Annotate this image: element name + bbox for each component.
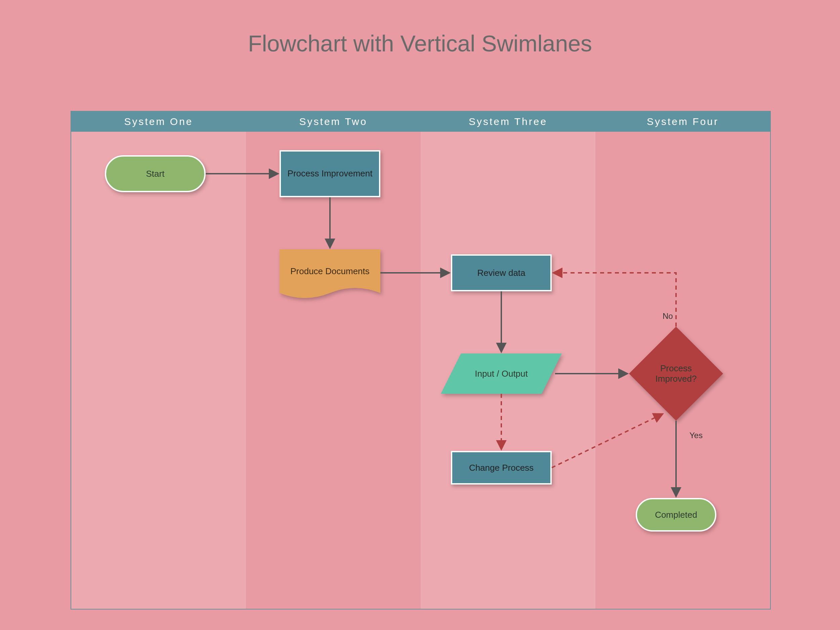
flowchart-canvas: System One System Two System Three Syste… — [71, 111, 771, 609]
node-label: Change Process — [469, 463, 534, 473]
node-produce-documents: Produce Documents — [279, 249, 381, 303]
node-process-improvement: Process Improvement — [279, 150, 381, 197]
edge-label-yes: Yes — [690, 431, 703, 440]
node-label: Input / Output — [475, 369, 528, 379]
node-label: Process Improved? — [649, 363, 703, 384]
lane-body-1 — [71, 132, 246, 609]
node-label: Completed — [655, 510, 697, 520]
diagram-title: Flowchart with Vertical Swimlanes — [0, 30, 840, 57]
node-decision: Process Improved? — [629, 327, 723, 421]
lane-label: System Three — [469, 116, 547, 127]
lane-header-3: System Three — [421, 112, 595, 132]
node-change-process: Change Process — [451, 451, 552, 485]
edge-label-no: No — [663, 311, 673, 321]
node-label: Process Improvement — [287, 168, 373, 179]
lane-label: System Two — [299, 116, 368, 127]
lane-label: System One — [124, 116, 193, 127]
node-input-output: Input / Output — [441, 354, 562, 394]
lane-label: System Four — [647, 116, 719, 127]
node-label: Start — [146, 169, 165, 179]
node-completed: Completed — [636, 498, 716, 532]
lane-header-2: System Two — [246, 112, 421, 132]
node-start: Start — [105, 155, 205, 192]
node-label: Review data — [477, 268, 525, 278]
lane-header-4: System Four — [595, 112, 770, 132]
lane-header-1: System One — [71, 112, 246, 132]
node-label: Produce Documents — [290, 266, 369, 276]
node-review-data: Review data — [451, 254, 552, 291]
